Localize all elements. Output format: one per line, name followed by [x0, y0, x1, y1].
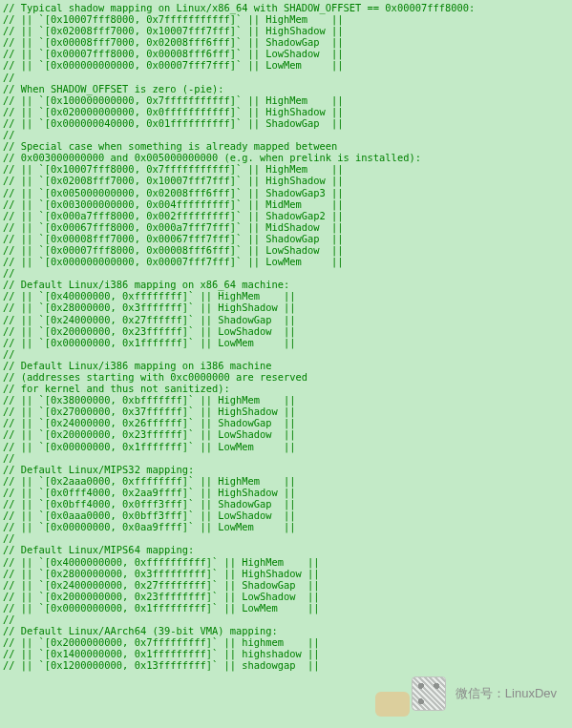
scroll-hint-highlight — [375, 692, 410, 717]
wechat-label: 微信号： — [455, 686, 505, 700]
wechat-handle: LinuxDev — [505, 686, 557, 700]
wechat-watermark: 微信号：LinuxDev — [412, 676, 557, 711]
source-code: // Typical shadow mapping on Linux/x86_6… — [0, 0, 572, 671]
qr-code-icon — [412, 676, 446, 711]
wechat-text: 微信号：LinuxDev — [455, 685, 557, 702]
